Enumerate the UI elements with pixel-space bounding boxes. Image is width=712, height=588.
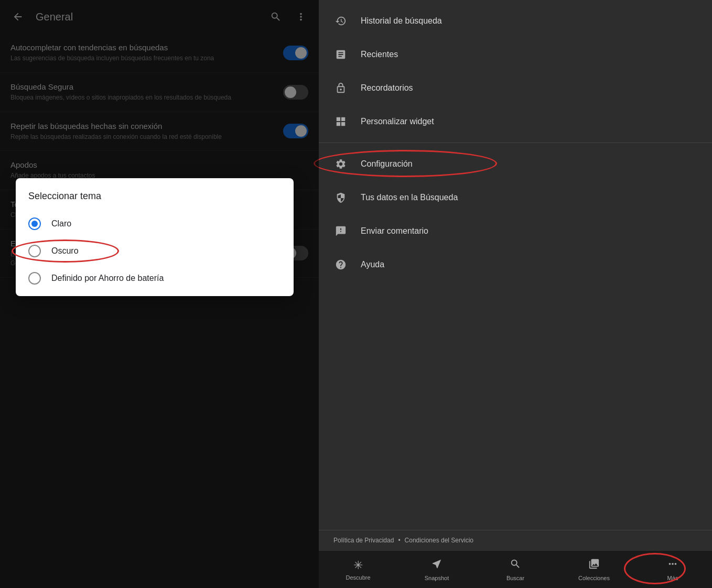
- radio-oscuro-label: Oscuro: [51, 246, 79, 256]
- privacy-link[interactable]: Política de Privacidad: [333, 537, 394, 544]
- nav-item-buscar[interactable]: Buscar: [476, 551, 555, 588]
- radio-option-oscuro[interactable]: Oscuro: [16, 237, 294, 265]
- menu-item-recordatorios[interactable]: Recordatorios: [319, 71, 712, 105]
- radio-oscuro-circle: [28, 245, 41, 257]
- nav-colecciones-label: Colecciones: [578, 575, 610, 581]
- feedback-icon: [333, 224, 348, 238]
- menu-recordatorios-label: Recordatorios: [361, 83, 413, 93]
- help-icon: [333, 257, 348, 272]
- radio-option-battery[interactable]: Definido por Ahorro de batería: [16, 265, 294, 292]
- menu-historial-label: Historial de búsqueda: [361, 16, 442, 26]
- more-nav-icon: [667, 558, 678, 573]
- nav-snapshot-label: Snapshot: [425, 575, 449, 581]
- nav-mas-label: Más: [667, 575, 678, 581]
- search-nav-icon: [510, 558, 521, 573]
- history-icon: [333, 14, 348, 28]
- settings-icon: [333, 157, 348, 171]
- footer-separator: •: [398, 537, 400, 544]
- recent-icon: [333, 47, 348, 62]
- menu-item-datos[interactable]: Tus datos en la Búsqueda: [319, 181, 712, 214]
- footer-links: Política de Privacidad • Condiciones del…: [319, 530, 712, 550]
- discover-icon: ✳: [353, 559, 363, 572]
- radio-claro-circle: [28, 217, 41, 230]
- radio-battery-circle: [28, 272, 41, 285]
- nav-descubre-label: Descubre: [346, 574, 370, 581]
- dialog-title: Seleccionar tema: [16, 191, 294, 210]
- nav-item-snapshot[interactable]: Snapshot: [397, 551, 476, 588]
- menu-configuracion-label: Configuración: [361, 159, 413, 169]
- nav-item-mas[interactable]: Más: [633, 551, 712, 588]
- menu-item-recientes[interactable]: Recientes: [319, 38, 712, 71]
- menu-item-configuracion[interactable]: Configuración: [319, 147, 712, 181]
- menu-item-historial[interactable]: Historial de búsqueda: [319, 4, 712, 38]
- radio-claro-label: Claro: [51, 219, 71, 228]
- menu-recientes-label: Recientes: [361, 50, 398, 59]
- menu-item-ayuda[interactable]: Ayuda: [319, 248, 712, 281]
- snapshot-icon: [431, 558, 443, 573]
- nav-item-descubre[interactable]: ✳ Descubre: [319, 551, 397, 588]
- terms-link[interactable]: Condiciones del Servicio: [405, 537, 473, 544]
- dialog-overlay[interactable]: Seleccionar tema Claro Oscuro Definido p…: [0, 0, 319, 588]
- shield-data-icon: [333, 190, 348, 205]
- nav-buscar-label: Buscar: [506, 575, 524, 581]
- menu-ayuda-label: Ayuda: [361, 260, 384, 269]
- left-panel: General Autocompletar con tendencias en …: [0, 0, 319, 588]
- menu-item-widget[interactable]: Personalizar widget: [319, 105, 712, 138]
- radio-battery-label: Definido por Ahorro de batería: [51, 274, 164, 283]
- menu-datos-label: Tus datos en la Búsqueda: [361, 193, 458, 202]
- collections-icon: [588, 558, 600, 573]
- theme-dialog: Seleccionar tema Claro Oscuro Definido p…: [16, 178, 294, 296]
- menu-list: Historial de búsqueda Recientes Recordat…: [319, 0, 712, 530]
- nav-item-colecciones[interactable]: Colecciones: [555, 551, 633, 588]
- menu-widget-label: Personalizar widget: [361, 117, 434, 126]
- menu-feedback-label: Enviar comentario: [361, 226, 428, 236]
- menu-divider: [319, 143, 712, 143]
- widget-icon: [333, 114, 348, 129]
- bottom-nav: ✳ Descubre Snapshot Buscar: [319, 550, 712, 588]
- right-panel: Historial de búsqueda Recientes Recordat…: [319, 0, 712, 588]
- radio-option-claro[interactable]: Claro: [16, 210, 294, 237]
- reminders-icon: [333, 81, 348, 95]
- menu-item-feedback[interactable]: Enviar comentario: [319, 214, 712, 248]
